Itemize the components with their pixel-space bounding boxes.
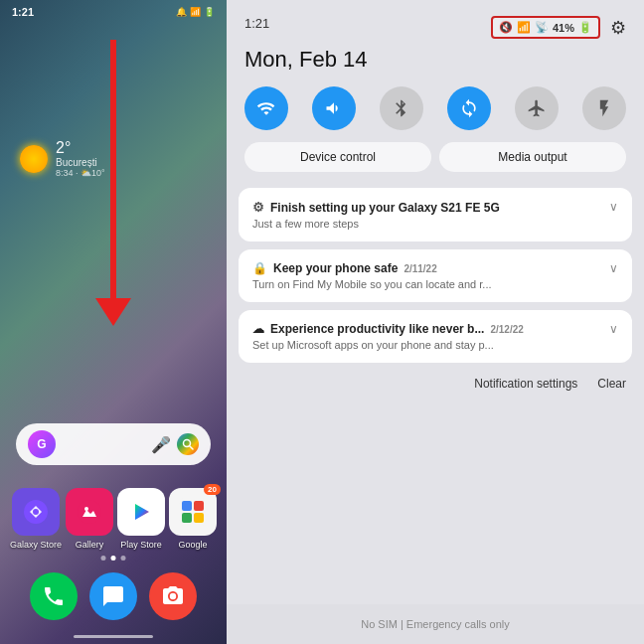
notif-card-productivity[interactable]: ☁ Experience productivity like never b..… [239,310,632,363]
arrow-line [110,40,116,298]
phone-dock-icon[interactable] [30,572,78,620]
google-search-bar[interactable]: G 🎤 [16,423,211,465]
no-sim-bar: No SIM | Emergency calls only [227,604,644,644]
productivity-title: Experience productivity like never b... [270,322,484,336]
notif-header: 1:21 🔇 📶 📡 41% 🔋 ⚙ [227,0,644,47]
weather-sun-icon [20,145,48,173]
safe-icon: 🔒 [252,261,267,275]
setup-chevron-icon: ∨ [609,200,618,214]
setup-gear-icon: ⚙ [252,200,264,215]
productivity-subtitle: Set up Microsoft apps on your phone and … [252,339,618,351]
qs-bluetooth-button[interactable] [380,86,423,130]
svg-rect-10 [194,501,204,511]
svg-rect-12 [194,513,204,523]
quick-settings [227,82,644,142]
voice-search-icon[interactable]: 🎤 [151,435,171,454]
phone-status-icons: 🔔 📶 🔋 [176,7,215,17]
setup-title: Finish setting up your Galaxy S21 FE 5G [270,201,500,215]
device-control-button[interactable]: Device control [244,142,431,172]
battery-icon: 🔋 [578,21,592,34]
productivity-icon: ☁ [252,322,264,336]
svg-point-4 [78,500,101,524]
setup-subtitle: Just a few more steps [252,218,618,230]
qs-sound-button[interactable] [312,86,356,130]
svg-point-3 [33,509,39,515]
qs-flashlight-button[interactable] [582,86,626,130]
productivity-date: 2/12/22 [490,324,523,335]
galaxy-store-label: Galaxy Store [10,540,62,550]
qs-sync-button[interactable] [447,86,491,130]
play-store-label: Play Store [120,540,162,550]
qs-wifi-button[interactable] [244,86,288,130]
mute-icon: 🔇 [499,21,513,34]
svg-point-0 [184,440,191,447]
notif-card-safe[interactable]: 🔒 Keep your phone safe 2/11/22 ∨ Turn on… [239,249,632,302]
google-icon: 20 [169,488,217,536]
safe-chevron-icon: ∨ [609,261,618,275]
page-dot [121,556,126,561]
notif-date: Mon, Feb 14 [227,47,644,82]
battery-percent: 41% [553,22,574,34]
app-galaxy-store[interactable]: Galaxy Store [10,488,62,550]
google-label: Google [178,540,207,550]
home-bar [74,635,153,638]
settings-gear-icon[interactable]: ⚙ [610,17,626,39]
galaxy-store-icon [12,488,60,536]
notif-time: 1:21 [244,16,269,31]
red-arrow [95,40,131,326]
app-gallery[interactable]: Gallery [66,488,113,550]
notification-settings-button[interactable]: Notification settings [474,377,577,391]
notification-panel: 1:21 🔇 📶 📡 41% 🔋 ⚙ Mon, Feb 14 [227,0,644,644]
gallery-label: Gallery [76,540,104,550]
svg-rect-9 [182,501,192,511]
svg-point-5 [84,507,88,511]
app-google[interactable]: 20 Google [169,488,217,550]
safe-title: Keep your phone safe [273,261,398,275]
app-row: Galaxy Store Gallery [0,488,227,550]
phone-time: 1:21 [12,6,34,18]
google-badge: 20 [204,484,221,495]
signal-icon: 📡 [535,21,549,34]
notif-footer: Notification settings Clear [227,367,644,401]
safe-subtitle: Turn on Find My Mobile so you can locate… [252,278,618,290]
clear-button[interactable]: Clear [597,377,626,391]
qs-airplane-button[interactable] [515,86,559,130]
dock-row [0,572,227,620]
svg-rect-11 [182,513,192,523]
notif-card-setup[interactable]: ⚙ Finish setting up your Galaxy S21 FE 5… [239,188,632,242]
safe-date: 2/11/22 [403,263,436,274]
page-dot [101,556,106,561]
play-store-icon [117,488,165,536]
weather-widget: 2° București 8:34 · ⛅10° [20,139,105,178]
page-dot-active [111,556,116,561]
svg-line-1 [190,446,193,449]
productivity-chevron-icon: ∨ [609,322,618,336]
control-buttons: Device control Media output [227,142,644,184]
app-play-store[interactable]: Play Store [117,488,165,550]
lens-search-icon[interactable] [177,433,199,455]
page-dots [101,556,126,561]
phone-status-bar: 1:21 🔔 📶 🔋 [0,0,227,20]
messages-dock-icon[interactable] [89,572,137,620]
phone-screen: 1:21 🔔 📶 🔋 2° București 8:34 · ⛅10° G 🎤 [0,0,227,644]
notif-status-icons-box: 🔇 📶 📡 41% 🔋 [491,16,600,39]
wifi-icon: 📶 [517,21,531,34]
media-output-button[interactable]: Media output [439,142,626,172]
search-avatar: G [28,430,56,458]
camera-dock-icon[interactable] [149,572,197,620]
gallery-icon [66,488,113,536]
arrow-head [95,298,131,326]
